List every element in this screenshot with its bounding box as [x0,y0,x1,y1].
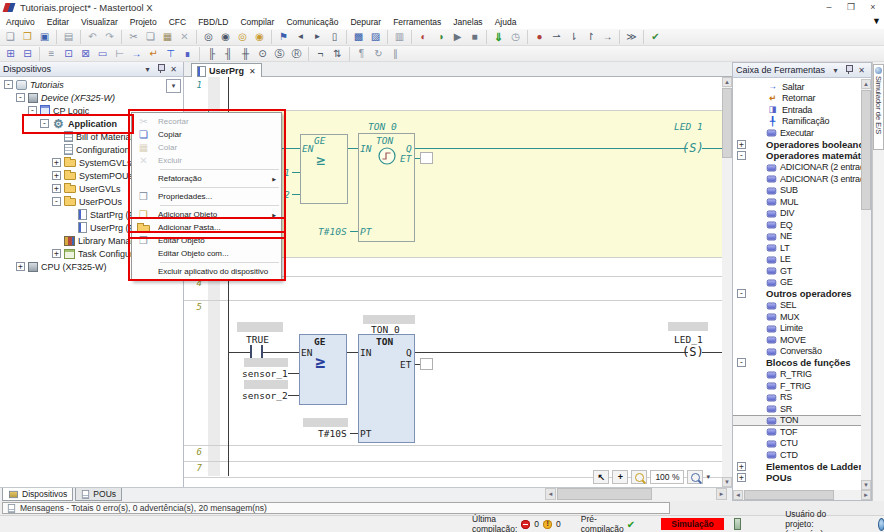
toolbox-row-operadores-matematicos[interactable]: - Operadores matemáticos [733,150,861,162]
operand-placeholder-box[interactable] [668,322,708,331]
dock-tab-pous[interactable]: POUs [75,488,122,501]
toolbar-button-find-replace[interactable] [217,30,234,44]
ghost-et-operand-box[interactable] [420,152,433,164]
toolbox-row-entrada[interactable]: Entrada [733,104,861,116]
toolbox-hscrollbar[interactable]: ◄ ► [733,490,871,500]
toolbar-button-step-out[interactable] [582,30,599,44]
contact-bar[interactable] [250,345,252,359]
toolbar-button-insert-empty-box[interactable] [94,47,111,61]
dock-tab-dispositivos[interactable]: Dispositivos [2,488,73,501]
toolbar-button-bookmark-previous[interactable] [292,30,309,44]
network-number[interactable]: 6 [184,447,202,457]
ghost-preset-value[interactable]: T#10S [318,226,347,237]
network-number[interactable]: 5 [184,302,202,312]
zoom-tool-button[interactable] [631,470,647,484]
operand-placeholder-box[interactable] [244,358,288,367]
toolbar-button-insert-input[interactable] [111,47,128,61]
toolbar-button-insert-execute[interactable] [179,47,196,61]
toolbox-row-eq[interactable]: EQ [733,219,861,231]
toolbar-button-insert-network-below[interactable] [19,47,36,61]
globe-icon[interactable] [878,518,884,531]
et-operand-box[interactable] [420,358,433,370]
ge-input1-operand[interactable]: sensor_1 [242,368,288,379]
context-menu-item-colar[interactable]: Colar [132,141,281,154]
toolbox-row-adicionar-3[interactable]: ADICIONAR (3 entradas) [733,173,861,185]
tree-expander-icon[interactable]: + [16,262,25,271]
context-menu-item-excluir-aplicativo[interactable]: Excluir aplicativo do dispositivo [132,265,281,278]
tree-expander-icon[interactable]: + [52,184,61,193]
scroll-thumb[interactable] [861,90,871,210]
scroll-thumb[interactable] [557,488,652,500]
toolbox-expander-icon[interactable]: - [737,151,746,160]
tree-expander-icon[interactable]: + [52,158,61,167]
toolbar-button-open-project[interactable] [19,30,36,44]
close-icon[interactable]: ✕ [855,65,868,76]
toolbox-row-elementos-de-ladder[interactable]: + Elementos de Ladder [733,461,861,473]
toolbar-button-insert-branch[interactable] [162,47,179,61]
toolbar-button-insert-box-with-en[interactable] [77,47,94,61]
ghost-ton-instance-label[interactable]: TON 0 [368,121,397,132]
toolbox-row-outros-operadores[interactable]: - Outros operadores [733,288,861,300]
restore-button[interactable]: ❐ [840,1,862,14]
toolbar-button-copy[interactable] [142,30,159,44]
operand-placeholder-box[interactable] [363,315,415,324]
toolbar-button-insert-assignment[interactable] [39,47,60,61]
toolbar-button-cut[interactable] [121,30,142,44]
toolbar-button-verify[interactable] [643,30,664,44]
context-menu-item-adicionar-pasta[interactable]: Adicionar Pasta... [132,221,281,234]
toolbox-row-ramificacao[interactable]: Ramificação [733,116,861,128]
pan-tool-button[interactable] [612,470,628,484]
toolbar-button-build[interactable] [346,30,367,44]
toolbox-row-ton[interactable]: TON [733,415,861,427]
ghost-ge-input2[interactable]: 2 [284,189,290,200]
toolbar-button-new-project[interactable] [2,30,19,44]
scroll-right-icon[interactable]: ► [716,488,727,500]
ge-input2-operand[interactable]: sensor_2 [242,390,288,401]
coil-label[interactable]: LED_1 [674,334,703,345]
context-menu-item-editar-objeto-com[interactable]: Editar Objeto com... [132,247,281,260]
scroll-thumb[interactable] [722,88,732,158]
toolbar-button-insert-return[interactable] [145,47,162,61]
toolbar-button-negate[interactable] [308,47,329,61]
network-number[interactable]: 1 [184,80,202,90]
toolbar-button-start[interactable] [449,30,466,44]
operand-placeholder-box[interactable] [237,322,283,332]
tree-expander-icon[interactable]: + [52,171,61,180]
close-button[interactable]: × [862,1,884,14]
zoom-dropdown-icon[interactable]: ▾ [706,473,710,481]
toolbar-button-insert-box[interactable] [60,47,77,61]
toolbar-button-insert-parallel-contact[interactable] [237,47,254,61]
toolbox-row-move[interactable]: MOVE [733,334,861,346]
toolbar-button-search-replace-all[interactable] [251,30,268,44]
menu-item[interactable]: Arquivo [0,15,41,29]
scroll-down-icon[interactable]: ▼ [861,480,871,490]
context-menu-item-editar-objeto[interactable]: Editar Objeto [132,234,281,247]
close-icon[interactable]: ✕ [167,64,180,75]
context-menu-item-adicionar-objeto[interactable]: Adicionar Objeto [132,208,281,221]
select-tool-button[interactable] [593,470,609,484]
toolbar-button-breakpoint[interactable] [527,30,548,44]
menu-item[interactable]: Janelas [447,15,488,29]
toolbar-button-delete[interactable] [176,30,193,44]
toolbar-button-save-project[interactable] [36,30,53,44]
context-menu-item-excluir[interactable]: Excluir [132,154,281,167]
filter-icon[interactable]: ▼ [872,16,881,26]
toolbar-button-compile[interactable] [411,30,432,44]
network-number[interactable]: 7 [184,463,202,473]
toolbar-button-update-parameters[interactable] [370,47,387,61]
preset-value[interactable]: T#10S [318,428,347,439]
toolbox-row-saltar[interactable]: Saltar [733,81,861,93]
toolbar-button-search-all[interactable] [234,30,251,44]
toolbar-button-login[interactable] [486,30,507,44]
toolbar-button-library-manager[interactable] [387,30,408,44]
toolbox-row-tof[interactable]: TOF [733,426,861,438]
menu-item[interactable]: Visualizar [75,15,124,29]
toolbox-row-ctu[interactable]: CTU [733,438,861,450]
toolbox-row-mul[interactable]: MUL [733,196,861,208]
editor-vscrollbar[interactable]: ▲ ▼ [722,77,732,487]
toolbox-row-f-trig[interactable]: F_TRIG [733,380,861,392]
ghost-ge-input1[interactable]: 1 [284,167,290,178]
menu-item[interactable]: Editar [41,15,75,29]
toolbox-row-sr[interactable]: SR [733,403,861,415]
menu-item[interactable]: FBD/LD [192,15,234,29]
